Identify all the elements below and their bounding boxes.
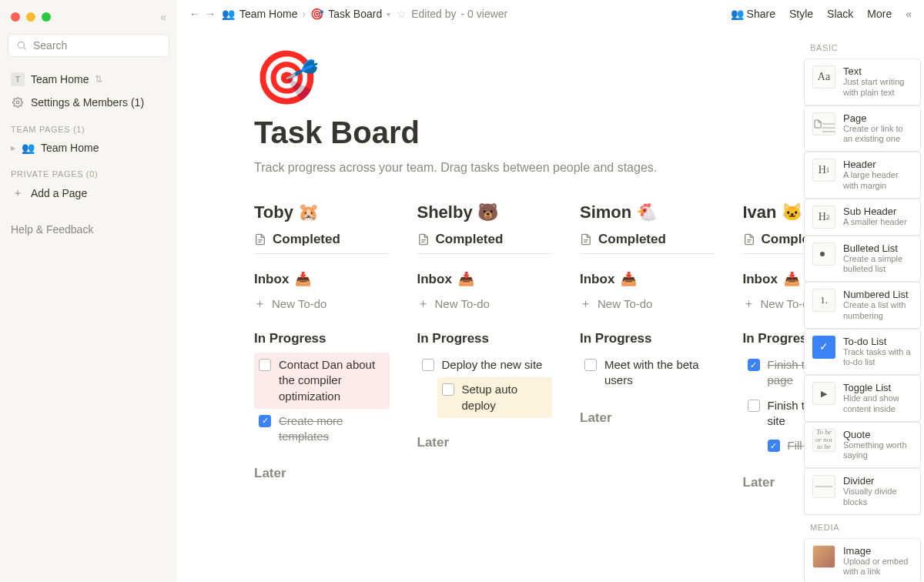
task-text[interactable]: Deploy the new site <box>442 357 543 373</box>
sidebar-collapse-icon[interactable]: « <box>160 11 166 23</box>
block-thumb-icon <box>812 242 835 266</box>
maximize-icon[interactable] <box>42 12 51 22</box>
task-text[interactable]: Contact Dan about the compiler optimizat… <box>279 357 385 404</box>
checkbox-icon[interactable] <box>584 359 597 371</box>
stage-label: Inbox <box>417 272 452 287</box>
star-icon[interactable]: ☆ <box>397 8 407 20</box>
stage-label: Inbox <box>580 272 614 287</box>
block-menu-item[interactable]: H2 Sub Header A smaller header <box>804 199 921 236</box>
page-icon[interactable]: 🎯 <box>254 51 878 103</box>
task-text[interactable]: Meet with the beta users <box>604 357 711 389</box>
more-button[interactable]: More <box>867 8 892 20</box>
column-emoji-icon: 🐔 <box>636 202 657 222</box>
block-menu-item-title: Text <box>843 65 912 77</box>
stage-label: Completed <box>436 232 504 247</box>
block-menu-item[interactable]: Numbered List Create a list with numberi… <box>804 282 921 329</box>
block-menu-item-desc: A smaller header <box>843 217 907 228</box>
stage-later: Later <box>580 410 715 426</box>
share-button[interactable]: 👥Share <box>731 8 775 20</box>
block-thumb-icon: H1 <box>812 159 835 182</box>
block-menu-item-desc: A large header with margin <box>843 170 912 192</box>
slack-button[interactable]: Slack <box>827 8 853 20</box>
stage-label: In Progress <box>580 331 652 346</box>
stage-later: Later <box>254 466 390 481</box>
updown-icon: ⇅ <box>95 74 102 85</box>
stage-inbox: Inbox📥 ＋New To-do <box>417 271 553 314</box>
column-name: Shelby <box>417 202 473 222</box>
plus-icon: ＋ <box>580 296 591 311</box>
task-item[interactable]: Deploy the new site <box>417 353 553 377</box>
checkbox-icon[interactable]: ✓ <box>748 359 760 371</box>
block-thumb-icon <box>812 475 835 498</box>
sidebar-workspace[interactable]: T Team Home ⇅ <box>6 68 171 91</box>
sidebar-add-page[interactable]: ＋ Add a Page <box>6 182 171 205</box>
checkbox-icon[interactable] <box>422 359 434 371</box>
plus-icon: ＋ <box>417 296 429 311</box>
block-menu-item[interactable]: Aa Text Just start writing with plain te… <box>804 59 921 105</box>
column-name: Ivan <box>743 202 777 222</box>
block-menu-item-desc: Visually divide blocks <box>843 487 912 508</box>
minimize-icon[interactable] <box>26 12 35 22</box>
breadcrumb-item[interactable]: Team Home <box>239 8 297 20</box>
task-text[interactable]: Setup auto deploy <box>462 382 548 413</box>
nav-forward-icon[interactable]: → <box>205 8 216 20</box>
style-button[interactable]: Style <box>789 8 813 20</box>
new-todo-button[interactable]: ＋New To-do <box>580 293 715 314</box>
page-title[interactable]: Task Board <box>254 115 878 150</box>
chevron-right-icon[interactable]: ▸ <box>11 142 15 153</box>
search-input[interactable]: Search <box>8 34 169 57</box>
stage-label: Inbox <box>254 272 289 287</box>
checkbox-icon[interactable] <box>442 383 454 396</box>
block-menu-item-title: Divider <box>843 475 912 487</box>
checkbox-icon[interactable]: ✓ <box>259 415 271 427</box>
block-menu-item-image[interactable]: Image Upload or embed with a link <box>804 538 921 583</box>
task-item[interactable]: Meet with the beta users <box>580 353 715 393</box>
task-item[interactable]: Contact Dan about the compiler optimizat… <box>254 353 390 409</box>
svg-line-1 <box>24 48 26 50</box>
sidebar-item-team-home[interactable]: ▸ 👥 Team Home <box>6 137 171 159</box>
block-menu-item[interactable]: H1 Header A large header with margin <box>804 152 921 199</box>
sidebar-help[interactable]: Help & Feedback <box>6 219 171 240</box>
block-thumb-icon <box>812 112 835 135</box>
search-placeholder: Search <box>33 39 67 52</box>
panel-collapse-icon[interactable]: « <box>906 8 912 20</box>
block-menu-item-title: Numbered List <box>843 289 912 300</box>
column-header[interactable]: Simon 🐔 <box>580 202 715 222</box>
workspace-icon: T <box>11 72 25 86</box>
page-subtitle[interactable]: Track progress across your team. Drag ta… <box>254 161 878 175</box>
new-todo-label: New To-do <box>272 297 326 310</box>
chevron-down-icon[interactable]: ▾ <box>387 10 390 18</box>
block-menu-item[interactable]: ✓ To-do List Track tasks with a to-do li… <box>804 329 921 376</box>
task-item[interactable]: Setup auto deploy <box>437 377 553 418</box>
block-menu-item[interactable]: Bulleted List Create a simple bulleted l… <box>804 236 921 283</box>
block-menu-item[interactable]: Divider Visually divide blocks <box>804 468 921 515</box>
task-item[interactable]: ✓ Create more templates <box>254 409 390 450</box>
gear-icon <box>11 95 25 109</box>
block-menu-item[interactable]: Toggle List Hide and show content inside <box>804 375 921 422</box>
block-thumb-icon <box>812 289 835 312</box>
column-header[interactable]: Toby 🐹 <box>254 202 390 222</box>
block-menu-item[interactable]: Page Create or link to an existing one <box>804 105 921 152</box>
checkbox-icon[interactable]: ✓ <box>768 440 780 452</box>
checkbox-icon[interactable] <box>259 359 271 371</box>
column-header[interactable]: Shelby 🐻 <box>417 202 553 222</box>
block-menu-item[interactable]: To beor notto be Quote Something worth s… <box>804 422 921 469</box>
search-icon <box>16 40 27 51</box>
block-thumb-icon <box>812 382 835 405</box>
block-menu-item-desc: Create or link to an existing one <box>843 124 912 146</box>
nav-back-icon[interactable]: ← <box>189 8 200 20</box>
block-menu-item-title: Bulleted List <box>843 242 912 254</box>
new-todo-button[interactable]: ＋New To-do <box>254 293 390 314</box>
plus-icon: ＋ <box>11 186 25 200</box>
block-menu-item-title: Header <box>843 159 912 170</box>
breadcrumb: 👥 Team Home › 🎯 Task Board ▾ <box>222 8 390 20</box>
new-todo-button[interactable]: ＋New To-do <box>417 293 553 314</box>
breadcrumb-separator: › <box>302 8 306 20</box>
close-icon[interactable] <box>11 12 20 22</box>
block-menu-item-desc: Upload or embed with a link <box>843 557 912 578</box>
checkbox-icon[interactable] <box>748 400 760 412</box>
sidebar-settings[interactable]: Settings & Members (1) <box>6 91 171 114</box>
breadcrumb-item[interactable]: Task Board <box>328 8 382 20</box>
task-text[interactable]: Create more templates <box>279 413 385 445</box>
image-thumb-icon <box>812 545 835 568</box>
